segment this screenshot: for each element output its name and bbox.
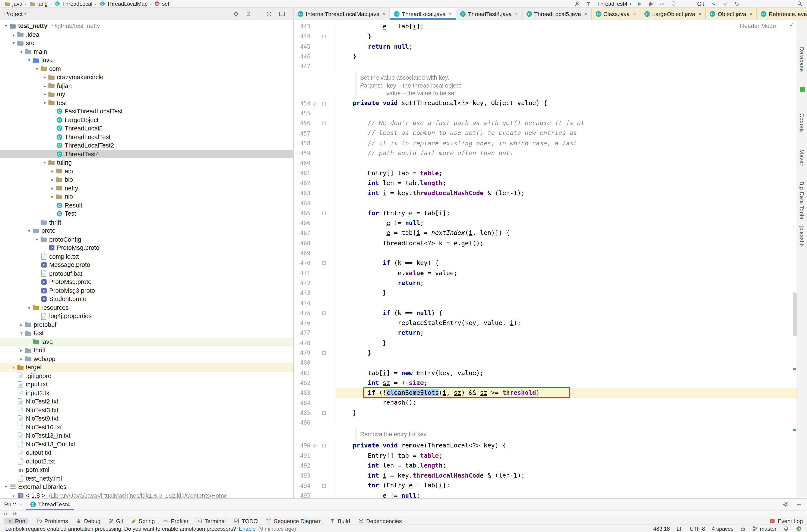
editor-gutter[interactable]: 491 (294, 451, 336, 461)
tree-item[interactable]: CThreadLocalTest (0, 133, 293, 141)
tree-item[interactable]: thrift (0, 218, 293, 227)
code-line[interactable]: 479 } (294, 348, 796, 358)
editor-gutter[interactable]: 478 (294, 338, 336, 348)
error-stripe-mark[interactable] (793, 429, 796, 431)
code-line[interactable]: 492 int len = tab.length; (294, 461, 796, 471)
toolwindow-button-build[interactable]: Build (329, 518, 350, 524)
editor-gutter[interactable]: 457 (294, 129, 336, 138)
code-line[interactable]: 484 rehash(); (294, 398, 796, 408)
editor-gutter[interactable]: 455 (294, 109, 336, 118)
editor-gutter[interactable]: 476 (294, 318, 336, 328)
enable-link[interactable]: Enable (239, 525, 255, 532)
run-configuration-select[interactable]: ThreadTest4 ▾ (597, 0, 632, 7)
editor-gutter[interactable]: 480 (294, 358, 336, 368)
tree-item[interactable]: ▸netty (0, 184, 293, 192)
editor-gutter[interactable]: 495 (294, 491, 336, 498)
close-icon[interactable]: × (698, 11, 702, 17)
tree-item[interactable]: output.txt (0, 449, 293, 457)
code-editor[interactable]: 443 e = tab[i];444 }445 return null;446}… (294, 20, 796, 498)
editor-gutter[interactable]: 463 (294, 188, 336, 198)
tree-item[interactable]: NioTest9.txt (0, 414, 293, 423)
chevron-down-icon[interactable]: ▾ (26, 58, 32, 63)
assistant[interactable] (796, 525, 802, 532)
breadcrumb-item[interactable]: java (4, 0, 22, 7)
toolwindow-button-git[interactable]: Git (108, 518, 123, 524)
tree-item[interactable]: ▸target (0, 363, 293, 372)
code-line[interactable]: 456 // We don't use a fast path as with … (294, 118, 796, 129)
editor-gutter[interactable]: 467 (294, 228, 336, 238)
tool-button-jclasslib[interactable]: jclasslib (797, 226, 807, 247)
tree-item[interactable]: ▾src (0, 39, 293, 48)
editor-gutter[interactable]: 469 (294, 248, 336, 258)
git-branch[interactable]: master (752, 525, 776, 532)
chevron-right-icon[interactable]: ▸ (50, 194, 56, 199)
code-line[interactable]: 457 // least as common to use set() to c… (294, 129, 796, 138)
editor-gutter[interactable]: 485 (294, 408, 336, 418)
tool-button-big-data-tools[interactable]: Big Data Tools (797, 182, 807, 220)
git-commit-icon[interactable] (723, 1, 728, 6)
project-panel-title[interactable]: Project (4, 11, 23, 17)
editor-gutter[interactable]: 483 (294, 388, 336, 398)
run-button[interactable] (637, 1, 642, 6)
editor-gutter[interactable]: 492 (294, 461, 336, 471)
tree-item[interactable]: PStudent.proto (0, 295, 293, 303)
tree-item[interactable]: CResult (0, 201, 293, 209)
code-line[interactable]: 463 int i = key.threadLocalHashCode & (l… (294, 188, 796, 198)
editor-tab[interactable]: CLargeObject.java× (640, 8, 706, 20)
chevron-right-icon[interactable]: ▸ (19, 348, 24, 353)
close-icon[interactable]: × (449, 11, 452, 17)
code-line[interactable]: 464 (294, 198, 796, 208)
editor-gutter[interactable]: 458 (294, 138, 336, 149)
tree-item[interactable]: PProtoMsg.proto (0, 278, 293, 286)
code-line[interactable]: 476 replaceStaleEntry(key, value, i); (294, 318, 796, 328)
chevron-down-icon[interactable]: ▾ (19, 331, 24, 336)
code-line[interactable]: 486 (294, 418, 796, 428)
indent-size[interactable]: 4 spaces (712, 525, 733, 532)
code-line[interactable]: 495 e != null; (294, 491, 796, 498)
code-line[interactable]: 446} (294, 52, 796, 62)
close-icon[interactable]: × (749, 11, 753, 17)
code-line[interactable]: 470 if (k == key) { (294, 258, 796, 268)
editor-gutter[interactable]: 472 (294, 278, 336, 288)
code-line[interactable]: 445 return null; (294, 42, 796, 52)
chevron-down-icon[interactable]: ▾ (11, 41, 17, 46)
toolwindow-button-sequence-diagram[interactable]: Sequence Diagram (266, 518, 322, 524)
chevron-down-icon[interactable]: ▾ (34, 66, 40, 71)
editor-tab[interactable]: CThreadTest4.java× (456, 8, 522, 20)
tree-item[interactable]: ▸crazymakercircle (0, 73, 293, 81)
editor-gutter[interactable]: 473 (294, 288, 336, 298)
chevron-down-icon[interactable]: ▾ (26, 305, 32, 310)
tree-item[interactable]: CThreadLocalTest2 (0, 141, 293, 150)
code-line[interactable]: 462 int len = tab.length; (294, 178, 796, 189)
editor-gutter[interactable]: 460 (294, 158, 336, 168)
tree-item[interactable]: ▸nio (0, 192, 293, 201)
file-encoding[interactable]: UTF-8 (690, 525, 705, 532)
chevron-right-icon[interactable]: ▸ (19, 356, 24, 361)
code-line[interactable]: 447 (294, 62, 796, 72)
breadcrumb-item[interactable]: CThreadLocalMap (99, 0, 148, 7)
editor-tab[interactable]: CThreadLocal5.java× (522, 8, 592, 20)
code-line[interactable]: 443 e = tab[i]; (294, 22, 796, 32)
minimize-icon[interactable] (796, 501, 802, 507)
code-line[interactable]: 474 (294, 298, 796, 308)
code-line[interactable]: 478 } (294, 338, 796, 348)
line-separator[interactable]: LF (676, 525, 683, 532)
code-line[interactable]: 465 for (Entry e = tab[i]; (294, 208, 796, 218)
tree-item[interactable]: NioTest13_Out.txt (0, 440, 293, 449)
collapse-all-icon[interactable] (246, 11, 252, 17)
code-line[interactable]: 467 e = tab[i = nextIndex(i, len)]) { (294, 228, 796, 238)
run-tab[interactable]: C ThreadTest4 (26, 499, 74, 510)
code-line[interactable]: 490@private void remove(ThreadLocal<?> k… (294, 441, 796, 451)
tree-item[interactable]: input.txt (0, 380, 293, 389)
breadcrumb-item[interactable]: mset (154, 0, 169, 7)
chevron-right-icon[interactable]: ▸ (11, 32, 17, 37)
code-line[interactable]: 466 e != null; (294, 218, 796, 228)
tree-item[interactable]: NioTest13_In.txt (0, 432, 293, 440)
code-line[interactable]: 444 } (294, 32, 796, 42)
inspection-ok-icon[interactable]: ✓ (789, 22, 794, 28)
editor-gutter[interactable]: 468 (294, 238, 336, 248)
editor-tab[interactable]: CInternalThreadLocalMap.java× (294, 8, 390, 20)
code-line[interactable]: 475 if (k == null) { (294, 308, 796, 318)
toolwindow-button-event-log[interactable]: Event Log (769, 518, 803, 524)
tree-item[interactable]: ▸aio (0, 167, 293, 175)
